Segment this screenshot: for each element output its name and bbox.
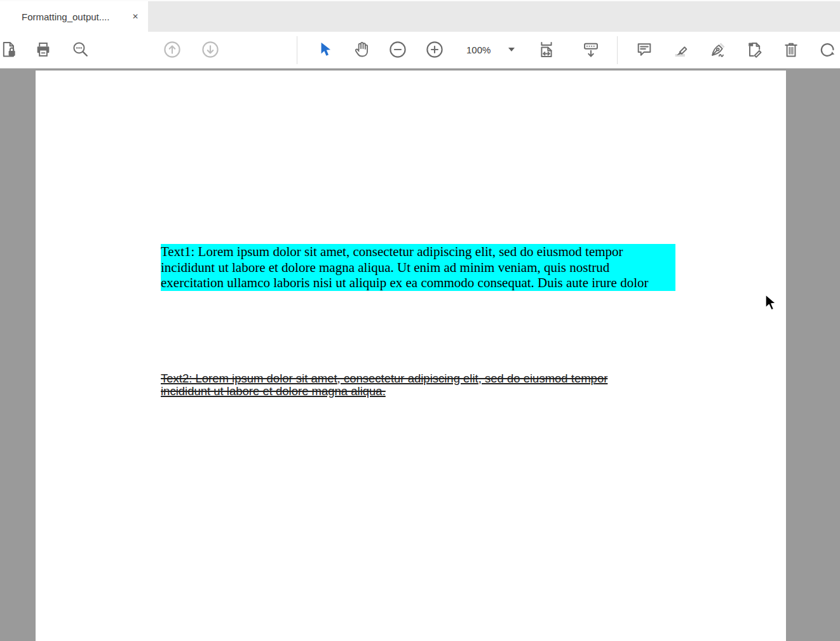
save-button[interactable] xyxy=(0,37,21,62)
zoom-in-icon xyxy=(425,40,444,59)
zoom-out-icon xyxy=(388,40,407,59)
toolbar-separator xyxy=(297,36,297,64)
delete-icon xyxy=(782,41,800,58)
signature-icon xyxy=(709,41,727,58)
toolbar-separator xyxy=(617,36,618,64)
select-tool-button[interactable] xyxy=(313,37,337,62)
highlight-button[interactable] xyxy=(669,37,693,62)
scroll-mode-button[interactable] xyxy=(579,37,603,62)
highlighted-text[interactable]: Text1: Lorem ipsum dolor sit amet, conse… xyxy=(161,244,675,291)
rotate-page-button[interactable] xyxy=(815,37,839,62)
edit-document-icon xyxy=(745,41,763,58)
zoom-in-button[interactable] xyxy=(423,37,447,62)
page-down-button[interactable] xyxy=(198,37,222,62)
pdf-page[interactable]: Text1: Lorem ipsum dolor sit amet, conse… xyxy=(36,71,786,641)
tab-bar: Formatting_output.... ✕ xyxy=(0,0,840,32)
chevron-down-icon xyxy=(508,48,515,51)
fit-width-button[interactable] xyxy=(534,37,559,62)
select-tool-icon xyxy=(316,41,334,58)
highlight-icon xyxy=(672,41,690,58)
zoom-value: 100% xyxy=(466,44,491,55)
main-toolbar: / 1 100% xyxy=(0,32,840,69)
document-tab[interactable]: Formatting_output.... ✕ xyxy=(0,1,148,32)
close-icon[interactable]: ✕ xyxy=(129,10,142,23)
hand-tool-button[interactable] xyxy=(349,37,374,62)
hand-tool-icon xyxy=(353,41,370,58)
page-up-button[interactable] xyxy=(160,37,184,62)
tab-title: Formatting_output.... xyxy=(22,11,109,22)
search-icon xyxy=(72,41,90,58)
rotate-page-icon xyxy=(818,41,836,58)
document-canvas: Text1: Lorem ipsum dolor sit amet, conse… xyxy=(0,69,840,641)
signature-button[interactable] xyxy=(706,37,730,62)
edit-document-button[interactable] xyxy=(742,37,766,62)
mouse-cursor-icon xyxy=(764,294,778,313)
print-icon xyxy=(34,41,52,58)
page-up-icon xyxy=(163,40,182,59)
strikethrough-text[interactable]: Text2: Lorem ipsum dolor sit amet, conse… xyxy=(161,372,651,398)
print-button[interactable] xyxy=(31,37,55,62)
delete-button[interactable] xyxy=(779,37,803,62)
page-down-icon xyxy=(201,40,220,59)
search-button[interactable] xyxy=(69,37,93,62)
zoom-out-button[interactable] xyxy=(386,37,410,62)
scroll-mode-icon xyxy=(582,41,600,58)
fit-width-icon xyxy=(538,41,555,58)
save-protected-icon xyxy=(0,41,18,58)
comment-icon xyxy=(635,41,653,58)
zoom-level-dropdown[interactable]: 100% xyxy=(463,37,518,62)
comment-button[interactable] xyxy=(632,37,656,62)
